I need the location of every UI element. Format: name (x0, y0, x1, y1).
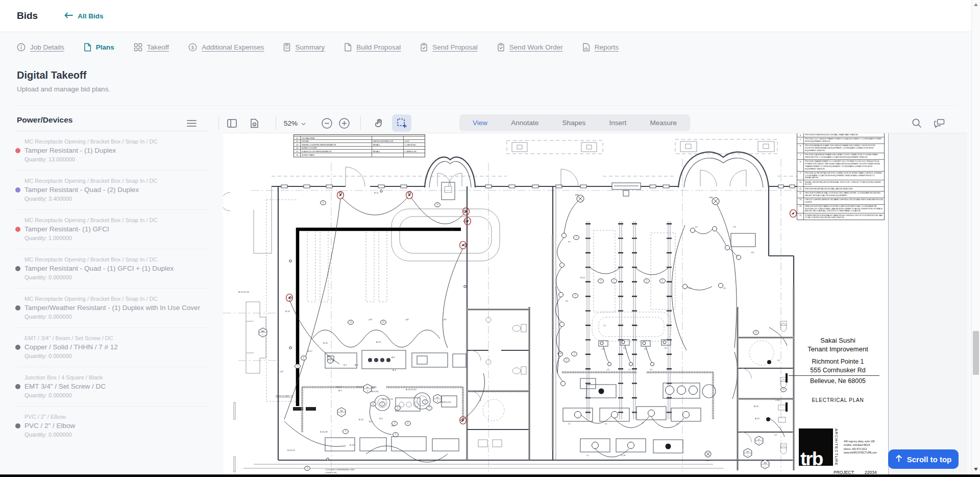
svg-text:4: 4 (566, 359, 567, 361)
takeoff-list-item[interactable]: PVC / 2" / Elbow PVC / 2" / Elbow Quanti… (15, 406, 208, 445)
plan-label: B-5 (327, 355, 331, 357)
tab-label: Reports (595, 43, 619, 51)
svg-text:13: 13 (382, 321, 384, 323)
scroll-to-top-button[interactable]: Scroll to top (888, 449, 959, 469)
tab-build-proposal[interactable]: Build Proposal (344, 43, 401, 52)
svg-text:1: 1 (262, 334, 263, 336)
pan-hand-tool-button[interactable] (372, 114, 387, 132)
plan-label: P1 (733, 226, 737, 228)
takeoff-list-item[interactable]: MC Receptacle Opening / Bracket Box / Sn… (15, 288, 208, 327)
item-category: MC Receptacle Opening / Bracket Box / Sn… (24, 296, 208, 302)
plan-label: +44" (405, 318, 409, 321)
viewer-tab-shapes[interactable]: Shapes (562, 119, 585, 127)
tab-takeoff[interactable]: Takeoff (134, 43, 169, 52)
zoom-in-button[interactable] (337, 114, 351, 132)
svg-text:13: 13 (350, 321, 352, 323)
takeoff-list-item[interactable]: MC Receptacle Opening / Bracket Box / Sn… (15, 249, 208, 288)
dollar-icon: $ (188, 43, 197, 52)
svg-text:EF: EF (366, 387, 369, 389)
menu-hamburger-button[interactable] (185, 114, 198, 132)
tab-summary[interactable]: Summary (283, 43, 325, 52)
section-subtitle: Upload and manage bid plans. (17, 85, 110, 93)
plan-label: L1 (605, 422, 607, 425)
plan-label: B-26,28 (320, 431, 328, 433)
takeoff-item-list: MC Receptacle Opening / Bracket Box / Sn… (15, 131, 208, 445)
takeoff-list-item[interactable]: MC Receptacle Opening / Bracket Box / Sn… (15, 170, 208, 209)
plan-label: L1 (642, 421, 644, 424)
plan-label: COOLER CONDENSING UNIT (325, 468, 355, 471)
search-icon[interactable] (910, 114, 924, 132)
item-quantity: Quantity: 0.000000 (24, 274, 208, 280)
item-name: Tamper Resistant - (1) Duplex (24, 147, 116, 154)
plan-label: B-7 (344, 364, 347, 366)
svg-text:4: 4 (425, 401, 426, 403)
svg-text:1: 1 (765, 466, 766, 468)
svg-text:9: 9 (382, 403, 383, 405)
project-address-line3: Bellevue, Ne 68005 (792, 377, 884, 386)
takeoff-list-item[interactable]: Junction Box / 4 Square / Blank EMT 3/4"… (15, 367, 208, 406)
scrollbar-up-arrow[interactable] (974, 3, 978, 6)
keyed-note-row: 7 PROVIDE 20A SINGLE PHASE DISCONNECT FO… (797, 153, 884, 160)
plan-label: B-17 (308, 350, 313, 352)
info-icon (17, 43, 26, 52)
tab-additional-expenses[interactable]: $ Additional Expenses (188, 43, 264, 52)
svg-text:12: 12 (755, 331, 757, 333)
takeoff-list-item[interactable]: MC Receptacle Opening / Bracket Box / Sn… (15, 209, 208, 249)
viewer-tab-insert[interactable]: Insert (609, 119, 626, 127)
plan-label: +44" (368, 318, 373, 321)
tab-job-details[interactable]: Job Details (17, 43, 64, 52)
side-panel-toggle-button[interactable] (225, 114, 239, 132)
takeoff-list-item[interactable]: MC Receptacle Opening / Bracket Box / Sn… (15, 131, 208, 170)
tab-plans[interactable]: Plans (84, 43, 114, 52)
tab-reports[interactable]: Reports (582, 43, 619, 52)
item-quantity: Quantity: 0.000000 (24, 353, 208, 359)
plan-label: B-11 (374, 192, 379, 194)
vertical-scrollbar[interactable] (971, 0, 980, 477)
equipment-row: 15 GLASS DOOR REFRIGERATOR MIGALI C-B88X… (294, 150, 425, 153)
document-settings-button[interactable] (247, 114, 261, 132)
bottom-edge-strip (0, 474, 980, 477)
item-color-dot (15, 384, 20, 389)
tab-label: Build Proposal (356, 43, 401, 51)
svg-text:15: 15 (306, 467, 308, 469)
project-number-line: PROJECT: 22034 (834, 470, 895, 474)
scrollbar-thumb[interactable] (973, 331, 979, 375)
equipment-row: 13 UNDER-COUNTER REFRIGERATOR MIGALI C-U… (294, 143, 425, 147)
equipment-row: 16 SUSHI TRAIN (294, 153, 425, 157)
svg-text:2: 2 (576, 236, 577, 238)
tab-label: Send Work Order (509, 43, 563, 51)
plan-label: A-4 (355, 364, 358, 366)
item-color-dot (15, 423, 20, 428)
takeoff-list-item[interactable]: EMT / 3/4" / Beam / Set Screw / DC Coppe… (15, 327, 208, 367)
grid-icon (134, 43, 142, 52)
viewer-tab-measure[interactable]: Measure (650, 119, 677, 127)
comments-icon[interactable] (932, 114, 946, 132)
tab-send-work-order[interactable]: Send Work Order (497, 43, 563, 52)
plan-label: L3,E (775, 399, 780, 401)
plan-label: L1 (676, 422, 679, 425)
viewer-tab-annotate[interactable]: Annotate (511, 119, 538, 127)
plan-label: P1 (566, 300, 569, 302)
all-bids-back-link[interactable]: All Bids (64, 12, 103, 20)
keyed-note-row: 12 PROVIDE POWER IN WALL FOR ELECTRIC HA… (797, 192, 884, 198)
keyed-note-row: 5 PROVIDE 120 V SINGLE PHASE POWER TO 60… (797, 137, 884, 144)
plan-label: L3 (607, 368, 609, 371)
title-block-rule (789, 375, 879, 376)
zoom-level-dropdown[interactable]: 52% (284, 114, 306, 132)
keyed-notes-table: 4 PROVIDE POWER MODULE ON WALL NEAR WAIT… (797, 133, 885, 220)
svg-text:1: 1 (747, 455, 748, 457)
clipboard-check-icon (497, 43, 505, 52)
zoom-out-button[interactable] (320, 114, 333, 132)
plan-label: B-12 (357, 386, 362, 388)
item-color-dot (15, 227, 20, 232)
scrollbar-down-arrow[interactable] (974, 468, 978, 471)
chevron-down-icon (301, 120, 306, 127)
marquee-select-tool-button[interactable] (392, 114, 411, 132)
svg-text:1: 1 (600, 280, 601, 282)
plan-label: P2 (665, 347, 668, 349)
architect-address-line: www.trbARCHITECTURE.com (844, 451, 877, 455)
viewer-tab-view[interactable]: View (473, 119, 487, 127)
plan-viewer-canvas[interactable]: B-11B-10A-14,16,18B-17B-20B-5B-7A-4A-13A… (223, 133, 967, 474)
tab-send-proposal[interactable]: Send Proposal (420, 43, 478, 52)
item-name: PVC / 2" / Elbow (24, 422, 75, 430)
